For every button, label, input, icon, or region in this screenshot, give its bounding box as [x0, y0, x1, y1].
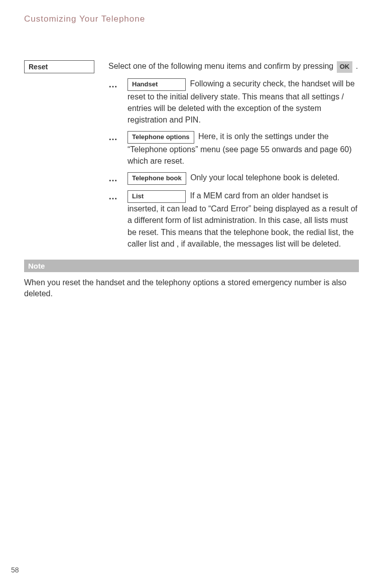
ellipsis-icon: … [108, 131, 121, 142]
ellipsis-icon: … [108, 78, 121, 89]
ok-button-icon: OK [337, 61, 353, 73]
menu-box-handset: Handset [127, 78, 186, 91]
reset-option-list: … List If a MEM card from an older hands… [108, 190, 359, 250]
menu-box-telephone-book: Telephone book [127, 172, 186, 185]
intro-text: Select one of the following menu items a… [108, 60, 359, 73]
reset-option-telephone-options: … Telephone options Here, it is only the… [108, 131, 359, 167]
ellipsis-icon: … [108, 172, 121, 183]
note-heading: Note [24, 260, 359, 272]
page-header: Customizing Your Telephone [24, 14, 359, 24]
menu-box-telephone-options: Telephone options [127, 131, 194, 144]
reset-option-telephone-book: … Telephone book Only your local telepho… [108, 172, 359, 185]
reset-option-handset: … Handset Following a security check, th… [108, 78, 359, 126]
ellipsis-icon: … [108, 190, 121, 201]
page-number: 58 [11, 566, 19, 574]
menu-box-reset: Reset [24, 60, 94, 73]
intro-text-part1: Select one of the following menu items a… [108, 62, 336, 70]
menu-box-list: List [127, 190, 186, 203]
telephone-book-desc: Only your local telephone book is delete… [188, 173, 340, 182]
intro-text-part2: . [353, 62, 358, 70]
note-body: When you reset the handset and the telep… [24, 277, 359, 300]
